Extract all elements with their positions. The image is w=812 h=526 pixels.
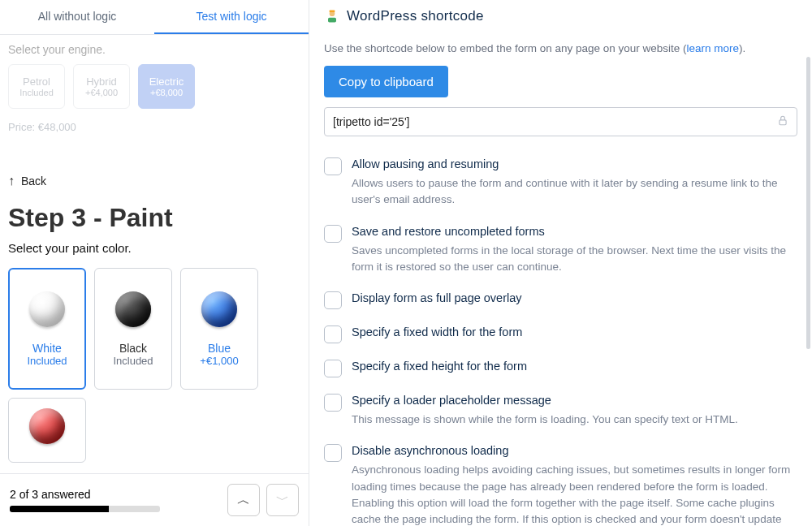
previous-step-faded: Select your engine. Petrol Included Hybr… bbox=[0, 35, 309, 133]
paint-swatch-black bbox=[115, 291, 151, 327]
option-allow-pausing: Allow pausing and resuming Allows users … bbox=[324, 157, 797, 209]
panel-title-text: WordPress shortcode bbox=[347, 8, 484, 24]
svg-rect-1 bbox=[330, 11, 335, 13]
progress-label: 2 of 3 answered bbox=[10, 488, 160, 501]
option-save-restore: Save and restore uncompleted forms Saves… bbox=[324, 225, 797, 276]
option-full-page-overlay: Display form as full page overlay bbox=[324, 291, 797, 309]
price-summary: Price: €48,000 bbox=[8, 121, 300, 133]
checkbox[interactable] bbox=[324, 360, 342, 377]
paint-option-white[interactable]: White Included bbox=[8, 268, 86, 390]
option-title: Display form as full page overlay bbox=[352, 291, 522, 304]
engine-name: Hybrid bbox=[86, 75, 117, 88]
arrow-up-icon: ↑ bbox=[8, 174, 15, 188]
preview-pane: All without logic Test with logic Select… bbox=[0, 0, 309, 526]
paint-name: Black bbox=[119, 342, 147, 355]
checkbox[interactable] bbox=[324, 157, 342, 175]
paint-price: Included bbox=[113, 355, 153, 367]
paint-options: White Included Black Included Blue +€1,0… bbox=[8, 268, 300, 463]
option-title: Specify a loader placeholder message bbox=[352, 394, 738, 407]
option-fixed-height: Specify a fixed height for the form bbox=[324, 360, 797, 377]
engine-option-electric[interactable]: Electric +€8,000 bbox=[138, 64, 195, 109]
engine-price: Included bbox=[19, 88, 54, 97]
preview-tabs: All without logic Test with logic bbox=[0, 0, 309, 35]
checkbox[interactable] bbox=[324, 291, 342, 309]
scrollbar[interactable] bbox=[806, 57, 810, 349]
option-disable-async: Disable asynchronous loading Asynchronou… bbox=[324, 444, 797, 526]
paint-swatch-white bbox=[29, 291, 65, 327]
progress-bar bbox=[10, 506, 160, 512]
checkbox[interactable] bbox=[324, 394, 342, 412]
progress-footer: 2 of 3 answered ︿ ﹀ bbox=[0, 473, 309, 526]
engine-price: +€4,000 bbox=[85, 88, 118, 97]
checkbox[interactable] bbox=[324, 326, 342, 343]
copy-to-clipboard-button[interactable]: Copy to clipboard bbox=[324, 66, 448, 97]
next-button[interactable]: ﹀ bbox=[266, 484, 299, 516]
prev-button[interactable]: ︿ bbox=[227, 484, 260, 516]
svg-rect-2 bbox=[328, 18, 336, 23]
option-desc: This message is shown while the form is … bbox=[352, 412, 738, 428]
paint-price: +€1,000 bbox=[200, 355, 238, 367]
option-desc: Saves uncompleted forms in the local sto… bbox=[352, 243, 797, 276]
paint-name: White bbox=[32, 342, 62, 355]
step-subtitle: Select your paint color. bbox=[8, 241, 300, 255]
current-step: ↑ Back Step 3 - Paint Select your paint … bbox=[0, 133, 309, 463]
settings-pane: WordPress shortcode Use the shortcode be… bbox=[309, 0, 812, 526]
engine-option-petrol[interactable]: Petrol Included bbox=[8, 64, 65, 109]
progress-fill bbox=[10, 506, 109, 512]
engine-question: Select your engine. bbox=[8, 43, 300, 56]
option-title: Specify a fixed height for the form bbox=[352, 360, 527, 373]
checkbox[interactable] bbox=[324, 225, 342, 243]
tab-all-without-logic[interactable]: All without logic bbox=[0, 0, 154, 34]
paint-swatch-blue bbox=[201, 291, 237, 327]
lock-icon bbox=[777, 115, 788, 129]
learn-more-link[interactable]: learn more bbox=[687, 42, 740, 54]
option-desc: Asynchronous loading helps avoiding cach… bbox=[352, 462, 797, 526]
chevron-up-icon: ︿ bbox=[237, 492, 250, 509]
option-desc: Allows users to pause the form and conti… bbox=[352, 175, 797, 209]
step-title: Step 3 - Paint bbox=[8, 203, 300, 233]
svg-rect-3 bbox=[780, 120, 786, 125]
person-construction-icon bbox=[324, 8, 340, 24]
paint-option-red[interactable] bbox=[8, 398, 86, 463]
shortcode-value: [tripetto id='25'] bbox=[333, 115, 409, 128]
paint-name: Blue bbox=[208, 342, 231, 355]
option-title: Save and restore uncompleted forms bbox=[352, 225, 797, 238]
shortcode-field[interactable]: [tripetto id='25'] bbox=[324, 107, 797, 136]
help-text: Use the shortcode below to embed the for… bbox=[324, 42, 797, 54]
panel-title: WordPress shortcode bbox=[324, 8, 797, 24]
engine-name: Petrol bbox=[23, 75, 50, 88]
engine-price: +€8,000 bbox=[150, 88, 183, 97]
back-label: Back bbox=[21, 175, 46, 188]
engine-name: Electric bbox=[149, 75, 184, 88]
chevron-down-icon: ﹀ bbox=[276, 492, 289, 509]
option-title: Specify a fixed width for the form bbox=[352, 326, 522, 338]
tab-test-with-logic[interactable]: Test with logic bbox=[154, 0, 309, 34]
help-suffix: ). bbox=[739, 42, 745, 54]
paint-price: Included bbox=[27, 355, 67, 367]
paint-swatch-red bbox=[29, 408, 65, 444]
option-loader-placeholder: Specify a loader placeholder message Thi… bbox=[324, 394, 797, 428]
help-prefix: Use the shortcode below to embed the for… bbox=[324, 42, 687, 54]
paint-option-black[interactable]: Black Included bbox=[94, 268, 172, 390]
engine-option-hybrid[interactable]: Hybrid +€4,000 bbox=[73, 64, 130, 109]
checkbox[interactable] bbox=[324, 444, 342, 462]
paint-option-blue[interactable]: Blue +€1,000 bbox=[180, 268, 258, 390]
option-fixed-width: Specify a fixed width for the form bbox=[324, 326, 797, 343]
option-title: Disable asynchronous loading bbox=[352, 444, 797, 457]
back-button[interactable]: ↑ Back bbox=[8, 174, 300, 188]
option-title: Allow pausing and resuming bbox=[352, 157, 797, 170]
